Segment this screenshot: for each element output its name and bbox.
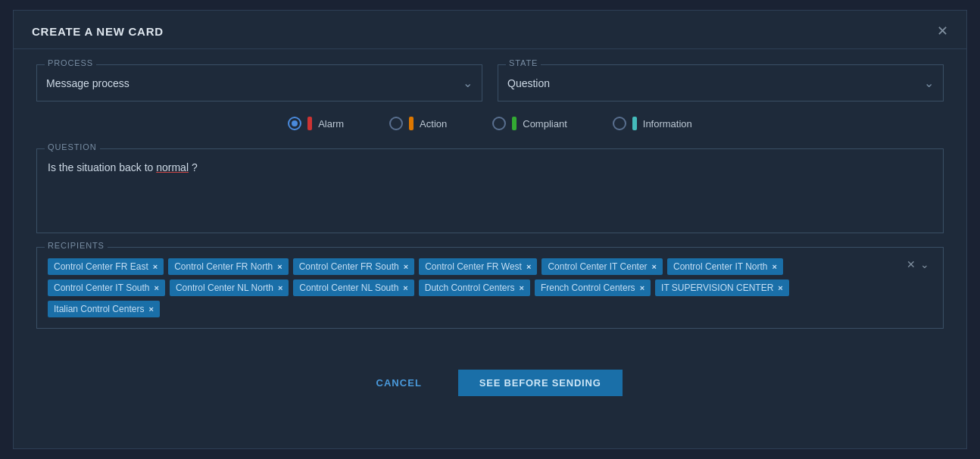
color-bar-alarm <box>307 117 312 130</box>
tag-item: French Control Centers× <box>535 279 651 296</box>
tag-item: Control Center IT South× <box>48 279 165 296</box>
tag-label: Control Center FR South <box>299 261 399 272</box>
tag-item: Italian Control Centers× <box>48 301 160 317</box>
tag-label: Italian Control Centers <box>54 304 144 314</box>
radio-label-alarm: Alarm <box>318 118 344 130</box>
process-select[interactable]: Message process ⌄ <box>46 71 473 95</box>
tag-remove-button[interactable]: × <box>277 262 282 271</box>
tag-item: Control Center FR North× <box>168 258 288 275</box>
tag-label: Control Center NL South <box>299 283 398 293</box>
dialog-body: PROCESS Message process ⌄ STATE Question… <box>14 49 966 358</box>
tag-item: Control Center FR West× <box>419 258 537 275</box>
tag-item: Control Center FR East× <box>48 258 164 275</box>
tag-remove-button[interactable]: × <box>153 262 158 271</box>
close-button[interactable]: ✕ <box>937 24 948 38</box>
state-select[interactable]: Question ⌄ <box>507 71 934 95</box>
process-label: PROCESS <box>45 58 96 67</box>
tag-label: IT SUPERVISION CENTER <box>661 283 773 293</box>
tag-label: Control Center FR North <box>174 261 273 272</box>
tag-item: IT SUPERVISION CENTER× <box>655 279 789 296</box>
tag-item: Dutch Control Centers× <box>419 279 530 296</box>
dialog-header: CREATE A NEW CARD ✕ <box>14 11 966 49</box>
question-text[interactable]: Is the situation back to normal ? <box>48 157 932 225</box>
tag-label: Control Center IT Center <box>548 261 647 272</box>
radio-circle-alarm <box>288 117 301 130</box>
tags-clear-icon[interactable]: ✕ <box>907 258 916 270</box>
underline-text: normal <box>156 161 189 173</box>
state-field: STATE Question ⌄ <box>498 64 944 101</box>
tag-item: Control Center NL North× <box>170 279 289 296</box>
recipients-group: RECIPIENTS Control Center FR East×Contro… <box>36 247 944 329</box>
tags-expand-icon[interactable]: ⌄ <box>920 258 929 270</box>
tag-remove-button[interactable]: × <box>519 283 523 292</box>
radio-circle-action <box>389 117 403 130</box>
color-bar-information <box>632 117 637 130</box>
tag-remove-button[interactable]: × <box>526 262 531 271</box>
radio-information[interactable]: Information <box>613 117 692 130</box>
radio-label-action: Action <box>420 118 447 130</box>
tag-item: Control Center FR South× <box>293 258 415 275</box>
process-field: PROCESS Message process ⌄ <box>36 64 482 101</box>
radio-label-compliant: Compliant <box>523 118 567 130</box>
tag-item: Control Center IT North× <box>667 258 783 275</box>
dialog-footer: CANCEL SEE BEFORE SENDING <box>14 358 966 408</box>
color-bar-action <box>409 117 414 130</box>
radio-circle-compliant <box>492 117 506 130</box>
state-label: STATE <box>506 58 541 67</box>
tag-remove-button[interactable]: × <box>640 283 644 292</box>
question-group: QUESTION Is the situation back to normal… <box>36 148 944 233</box>
question-label: QUESTION <box>45 142 100 151</box>
tag-remove-button[interactable]: × <box>778 283 782 292</box>
process-chevron-down-icon: ⌄ <box>463 76 473 90</box>
radio-alarm[interactable]: Alarm <box>288 117 344 130</box>
tag-remove-button[interactable]: × <box>278 283 282 292</box>
radio-group: AlarmActionCompliantInformation <box>36 117 944 130</box>
color-bar-compliant <box>512 117 517 130</box>
tag-remove-button[interactable]: × <box>148 304 153 314</box>
fields-row: PROCESS Message process ⌄ STATE Question… <box>36 64 944 101</box>
tag-label: French Control Centers <box>541 283 635 293</box>
tag-label: Control Center IT South <box>54 283 150 293</box>
process-value: Message process <box>46 77 130 89</box>
tag-label: Control Center IT North <box>673 261 768 272</box>
tag-remove-button[interactable]: × <box>652 262 657 271</box>
tag-remove-button[interactable]: × <box>772 262 777 271</box>
state-chevron-down-icon: ⌄ <box>924 76 934 90</box>
radio-action[interactable]: Action <box>389 117 447 130</box>
tags-area: Control Center FR East×Control Center FR… <box>48 255 932 320</box>
create-card-dialog: CREATE A NEW CARD ✕ PROCESS Message proc… <box>13 10 967 449</box>
tag-label: Control Center FR East <box>54 261 148 272</box>
tag-remove-button[interactable]: × <box>404 262 408 271</box>
recipients-label: RECIPIENTS <box>45 241 108 250</box>
tag-label: Control Center FR West <box>425 261 522 272</box>
tag-label: Dutch Control Centers <box>425 283 515 293</box>
tag-item: Control Center IT Center× <box>541 258 663 275</box>
dialog-title: CREATE A NEW CARD <box>32 25 164 38</box>
radio-compliant[interactable]: Compliant <box>492 117 567 130</box>
cancel-button[interactable]: CANCEL <box>357 370 439 396</box>
state-value: Question <box>507 77 550 89</box>
tag-remove-button[interactable]: × <box>403 283 407 292</box>
radio-label-information: Information <box>643 118 692 130</box>
send-button[interactable]: SEE BEFORE SENDING <box>458 370 623 396</box>
tag-remove-button[interactable]: × <box>154 283 159 292</box>
tag-label: Control Center NL North <box>176 283 273 293</box>
radio-circle-information <box>613 117 626 130</box>
tag-item: Control Center NL South× <box>293 279 414 296</box>
tags-controls: ✕ ⌄ <box>907 258 929 270</box>
